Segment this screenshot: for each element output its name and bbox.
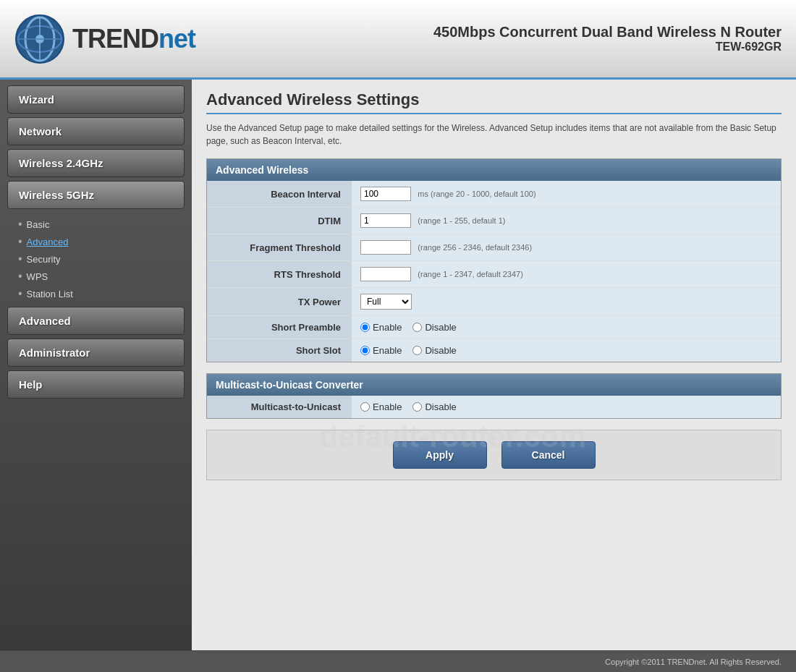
submenu-basic[interactable]: • Basic xyxy=(14,216,185,233)
short-slot-enable-label[interactable]: Enable xyxy=(360,345,402,356)
advanced-wireless-header: Advanced Wireless xyxy=(207,159,781,181)
copyright-text: Copyright ©2011 TRENDnet. All Rights Res… xyxy=(605,658,782,666)
submenu-security[interactable]: • Security xyxy=(14,250,185,268)
fragment-threshold-hint: (range 256 - 2346, default 2346) xyxy=(418,243,532,252)
bullet-icon: • xyxy=(18,252,22,265)
short-preamble-row: Short Preamble Enable Disable xyxy=(207,316,781,339)
rts-threshold-hint: (range 1 - 2347, default 2347) xyxy=(418,270,523,278)
multicast-enable-radio[interactable] xyxy=(360,402,370,412)
fragment-threshold-input[interactable] xyxy=(360,240,411,255)
submenu-wps[interactable]: • WPS xyxy=(14,268,185,285)
multicast-value-cell: Enable Disable xyxy=(352,396,781,418)
short-preamble-disable-text: Disable xyxy=(425,322,456,333)
footer: Copyright ©2011 TRENDnet. All Rights Res… xyxy=(0,650,796,672)
brand-net: net xyxy=(158,24,195,54)
short-preamble-disable-radio[interactable] xyxy=(412,323,422,332)
main-layout: Wizard Network Wireless 2.4GHz Wireless … xyxy=(0,80,796,650)
beacon-interval-hint: ms (range 20 - 1000, default 100) xyxy=(418,190,535,198)
short-preamble-enable-text: Enable xyxy=(373,322,402,333)
beacon-interval-value-cell: ms (range 20 - 1000, default 100) xyxy=(352,181,781,208)
bullet-icon: • xyxy=(18,235,22,248)
short-slot-radio-group: Enable Disable xyxy=(360,345,772,356)
advanced-wireless-section: Advanced Wireless Beacon Interval ms (ra… xyxy=(206,158,782,362)
device-title: 450Mbps Concurrent Dual Band Wireless N … xyxy=(433,24,782,41)
wireless-24-button[interactable]: Wireless 2.4GHz xyxy=(7,149,185,177)
advanced-wireless-table: Beacon Interval ms (range 20 - 1000, def… xyxy=(207,181,781,362)
multicast-label: Multicast-to-Unicast xyxy=(207,396,352,418)
rts-threshold-input[interactable] xyxy=(360,267,411,281)
submenu-station-list[interactable]: • Station List xyxy=(14,285,185,302)
submenu-station-list-label: Station List xyxy=(27,289,73,299)
header: TRENDnet 450Mbps Concurrent Dual Band Wi… xyxy=(0,0,796,80)
fragment-threshold-value-cell: (range 256 - 2346, default 2346) xyxy=(352,234,781,261)
fragment-threshold-label: Fragment Threshold xyxy=(207,234,352,261)
tx-power-label: TX Power xyxy=(207,288,352,316)
multicast-disable-label[interactable]: Disable xyxy=(412,401,456,412)
submenu-advanced[interactable]: • Advanced xyxy=(14,233,185,250)
submenu-advanced-link[interactable]: Advanced xyxy=(27,237,69,247)
short-slot-disable-label[interactable]: Disable xyxy=(412,345,456,356)
administrator-button[interactable]: Administrator xyxy=(7,339,185,367)
multicast-row: Multicast-to-Unicast Enable Disable xyxy=(207,396,781,418)
short-preamble-label: Short Preamble xyxy=(207,316,352,339)
brand-logo-text: TRENDnet xyxy=(72,24,195,54)
wireless-5-button[interactable]: Wireless 5GHz xyxy=(7,181,185,209)
button-row: Apply Cancel xyxy=(206,430,782,480)
dtim-input[interactable] xyxy=(360,213,411,228)
short-slot-label: Short Slot xyxy=(207,339,352,362)
tx-power-select[interactable]: Full Half Quarter xyxy=(360,294,412,310)
device-info: 450Mbps Concurrent Dual Band Wireless N … xyxy=(433,24,782,54)
page-description: Use the Advanced Setup page to make deta… xyxy=(206,122,782,148)
beacon-interval-input[interactable] xyxy=(360,187,411,201)
wizard-button[interactable]: Wizard xyxy=(7,85,185,114)
short-preamble-value-cell: Enable Disable xyxy=(352,316,781,339)
short-slot-disable-text: Disable xyxy=(425,345,456,356)
sidebar: Wizard Network Wireless 2.4GHz Wireless … xyxy=(0,80,192,650)
beacon-interval-label: Beacon Interval xyxy=(207,181,352,208)
short-preamble-enable-label[interactable]: Enable xyxy=(360,322,402,333)
multicast-enable-label[interactable]: Enable xyxy=(360,401,402,412)
short-preamble-enable-radio[interactable] xyxy=(360,323,370,332)
short-slot-enable-text: Enable xyxy=(373,345,402,356)
device-model: TEW-692GR xyxy=(433,41,782,54)
short-slot-disable-radio[interactable] xyxy=(412,346,422,355)
short-slot-row: Short Slot Enable Disable xyxy=(207,339,781,362)
multicast-table: Multicast-to-Unicast Enable Disable xyxy=(207,396,781,418)
content-area: Advanced Wireless Settings Use the Advan… xyxy=(192,80,796,650)
rts-threshold-row: RTS Threshold (range 1 - 2347, default 2… xyxy=(207,261,781,288)
tx-power-value-cell: Full Half Quarter xyxy=(352,288,781,316)
tx-power-row: TX Power Full Half Quarter xyxy=(207,288,781,316)
rts-threshold-label: RTS Threshold xyxy=(207,261,352,288)
multicast-enable-text: Enable xyxy=(373,401,402,412)
dtim-hint: (range 1 - 255, default 1) xyxy=(418,216,505,225)
help-button[interactable]: Help xyxy=(7,370,185,399)
trendnet-logo-icon xyxy=(14,14,65,64)
dtim-value-cell: (range 1 - 255, default 1) xyxy=(352,208,781,234)
fragment-threshold-row: Fragment Threshold (range 256 - 2346, de… xyxy=(207,234,781,261)
submenu-security-label: Security xyxy=(27,254,61,265)
multicast-disable-radio[interactable] xyxy=(412,402,422,412)
multicast-section: Multicast-to-Unicast Converter Multicast… xyxy=(206,373,782,419)
bullet-icon: • xyxy=(18,287,22,300)
bullet-icon: • xyxy=(18,270,22,283)
multicast-header: Multicast-to-Unicast Converter xyxy=(207,374,781,396)
advanced-button[interactable]: Advanced xyxy=(7,307,185,335)
cancel-button[interactable]: Cancel xyxy=(501,441,596,469)
beacon-interval-row: Beacon Interval ms (range 20 - 1000, def… xyxy=(207,181,781,208)
short-preamble-radio-group: Enable Disable xyxy=(360,322,772,333)
wireless-5-submenu: • Basic • Advanced • Security • WPS • St… xyxy=(7,213,185,307)
dtim-row: DTIM (range 1 - 255, default 1) xyxy=(207,208,781,234)
network-button[interactable]: Network xyxy=(7,117,185,145)
submenu-basic-label: Basic xyxy=(27,219,50,230)
short-slot-value-cell: Enable Disable xyxy=(352,339,781,362)
dtim-label: DTIM xyxy=(207,208,352,234)
apply-button[interactable]: Apply xyxy=(393,441,487,469)
multicast-disable-text: Disable xyxy=(425,401,456,412)
bullet-icon: • xyxy=(18,218,22,231)
submenu-wps-label: WPS xyxy=(27,271,48,282)
short-slot-enable-radio[interactable] xyxy=(360,346,370,355)
short-preamble-disable-label[interactable]: Disable xyxy=(412,322,456,333)
rts-threshold-value-cell: (range 1 - 2347, default 2347) xyxy=(352,261,781,288)
brand-trend: TREND xyxy=(72,24,158,54)
page-title: Advanced Wireless Settings xyxy=(206,90,782,114)
